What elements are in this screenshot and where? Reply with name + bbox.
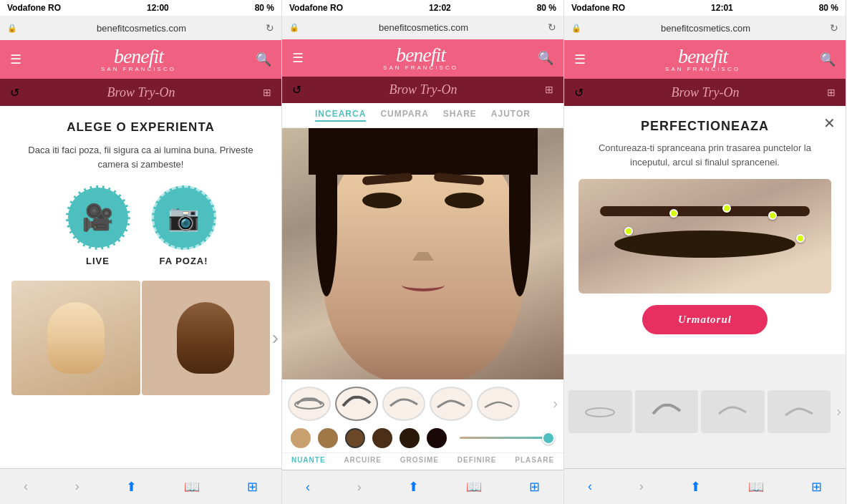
color-4[interactable] xyxy=(372,428,392,448)
lock-icon-1: 🔒 xyxy=(7,24,17,33)
url-2[interactable]: benefitcosmetics.com xyxy=(305,22,542,33)
btab-grosime[interactable]: GROSIME xyxy=(400,456,439,464)
brow-style-2[interactable] xyxy=(335,387,378,421)
eye-left xyxy=(362,193,402,208)
color-2[interactable] xyxy=(318,428,338,448)
share-button-3[interactable]: ⬆ xyxy=(690,479,701,495)
eye-detail xyxy=(614,231,795,258)
share-button-1[interactable]: ⬆ xyxy=(126,479,137,495)
search-icon-3[interactable]: 🔍 xyxy=(820,52,836,67)
modal-desc: Contureaza-ti spranceana prin trasarea p… xyxy=(579,141,831,169)
btab-definire[interactable]: DEFINIRE xyxy=(458,456,497,464)
search-icon-1[interactable]: 🔍 xyxy=(256,52,271,67)
search-icon-2[interactable]: 🔍 xyxy=(538,50,553,66)
brow-grid-item-1[interactable] xyxy=(568,390,632,433)
photo-option: 📷 FA POZA! xyxy=(152,185,216,266)
live-option: 🎥 LIVE xyxy=(66,185,130,266)
camera-view xyxy=(282,128,563,379)
intensity-slider[interactable] xyxy=(460,437,555,439)
close-button[interactable]: ✕ xyxy=(823,115,836,132)
share-button-2[interactable]: ⬆ xyxy=(408,479,419,495)
photo-label: FA POZA! xyxy=(159,256,208,266)
brow-grid-icon-2[interactable]: ⊞ xyxy=(545,84,553,95)
brow-grid-item-4[interactable] xyxy=(768,390,831,433)
tabs-button-1[interactable]: ⊞ xyxy=(247,479,258,495)
brow-refresh-icon-3[interactable]: ↺ xyxy=(574,86,584,100)
btab-nuante[interactable]: NUANTE xyxy=(291,456,326,464)
brow-style-4[interactable] xyxy=(430,387,473,421)
refresh-icon-3[interactable]: ↻ xyxy=(830,22,838,34)
face-placeholder-1 xyxy=(47,302,105,374)
hamburger-icon-2[interactable]: ☰ xyxy=(292,50,304,66)
chevron-right-icon-1[interactable]: › xyxy=(272,326,279,349)
brow-style-1[interactable] xyxy=(288,387,331,421)
brow-style-5[interactable] xyxy=(477,387,520,421)
calibration-dot-5[interactable] xyxy=(796,234,805,243)
panel-2: Vodafone RO 12:02 80 % 🔒 benefitcosmetic… xyxy=(282,0,564,504)
option-buttons: 🎥 LIVE 📷 FA POZA! xyxy=(66,185,216,266)
face-sample-2[interactable] xyxy=(142,281,271,395)
photo-button[interactable]: 📷 xyxy=(152,185,216,250)
brow-style-3[interactable] xyxy=(382,387,425,421)
tabs-button-2[interactable]: ⊞ xyxy=(529,479,540,495)
brow-grid-icon-1[interactable]: ⊞ xyxy=(263,87,271,98)
bookmarks-button-2[interactable]: 📖 xyxy=(466,479,482,495)
app-header-3: ☰ benefit SAN FRANCISCO 🔍 xyxy=(564,40,846,79)
nav-tabs-2: INCEARCA CUMPARA SHARE AJUTOR xyxy=(282,103,563,128)
tabs-button-3[interactable]: ⊞ xyxy=(811,479,822,495)
tab-incearca[interactable]: INCEARCA xyxy=(315,109,366,122)
back-button-1[interactable]: ‹ xyxy=(24,479,28,494)
brow-grid-item-3[interactable] xyxy=(701,390,765,433)
back-button-2[interactable]: ‹ xyxy=(306,480,310,495)
hamburger-icon-3[interactable]: ☰ xyxy=(574,52,586,67)
calibration-dot-2[interactable] xyxy=(669,209,678,218)
slider-thumb[interactable] xyxy=(542,432,555,445)
url-3[interactable]: benefitcosmetics.com xyxy=(587,23,824,34)
brow-refresh-icon-2[interactable]: ↺ xyxy=(292,83,301,97)
live-button[interactable]: 🎥 xyxy=(66,185,130,250)
hamburger-icon-1[interactable]: ☰ xyxy=(10,52,21,67)
brow-bar-3: ↺ Brow Try-On ⊞ xyxy=(564,79,846,106)
bookmarks-button-1[interactable]: 📖 xyxy=(184,479,200,495)
calibration-dot-4[interactable] xyxy=(768,211,777,220)
tab-cumpara[interactable]: CUMPARA xyxy=(380,109,428,122)
url-1[interactable]: benefitcosmetics.com xyxy=(23,23,260,34)
lock-icon-2: 🔒 xyxy=(289,23,299,32)
color-selector xyxy=(282,424,563,452)
brow-grid-icon-3[interactable]: ⊞ xyxy=(827,87,836,98)
face-sample-1[interactable] xyxy=(11,281,140,395)
back-button-3[interactable]: ‹ xyxy=(588,479,592,494)
brow-chevron-icon[interactable]: › xyxy=(553,395,558,412)
face-photo xyxy=(323,128,523,379)
bookmarks-button-3[interactable]: 📖 xyxy=(748,479,764,495)
brow-refresh-icon-1[interactable]: ↺ xyxy=(10,86,19,100)
refresh-icon-2[interactable]: ↻ xyxy=(548,21,556,33)
status-bar-1: Vodafone RO 12:00 80 % xyxy=(0,0,281,16)
refresh-icon-1[interactable]: ↻ xyxy=(266,22,274,34)
forward-button-3[interactable]: › xyxy=(639,479,644,494)
status-bar-2: Vodafone RO 12:02 80 % xyxy=(282,0,563,16)
next-button[interactable]: Urmatorul xyxy=(642,305,768,334)
color-5[interactable] xyxy=(400,428,420,448)
tab-share[interactable]: SHARE xyxy=(443,109,477,122)
benefit-logo-3: benefit SAN FRANCISCO xyxy=(586,47,820,72)
panel1-subtitle: Daca iti faci poza, fii sigura ca ai lum… xyxy=(11,143,270,171)
btab-arcuire[interactable]: ARCUIRE xyxy=(344,456,382,464)
brow-grid-svg-1 xyxy=(582,397,618,426)
forward-button-1[interactable]: › xyxy=(75,479,79,494)
color-3[interactable] xyxy=(345,428,365,448)
color-6[interactable] xyxy=(427,428,447,448)
brow-style-4-svg xyxy=(433,390,469,417)
nose xyxy=(412,236,434,261)
color-1[interactable] xyxy=(291,428,311,448)
benefit-logo-1: benefit SAN FRANCISCO xyxy=(21,47,256,72)
time-2: 12:02 xyxy=(429,3,451,13)
brow-grid-item-2[interactable] xyxy=(635,390,699,433)
tab-ajutor[interactable]: AJUTOR xyxy=(491,109,531,122)
forward-button-2[interactable]: › xyxy=(357,480,362,495)
brow-grid-chevron-icon[interactable]: › xyxy=(836,403,841,420)
calibration-dot-1[interactable] xyxy=(624,227,633,236)
modal-area: ✕ PERFECTIONEAZA Contureaza-ti sprancean… xyxy=(564,106,846,354)
btab-plasare[interactable]: PLASARE xyxy=(515,456,554,464)
panel-1: Vodafone RO 12:00 80 % 🔒 benefitcosmetic… xyxy=(0,0,282,504)
